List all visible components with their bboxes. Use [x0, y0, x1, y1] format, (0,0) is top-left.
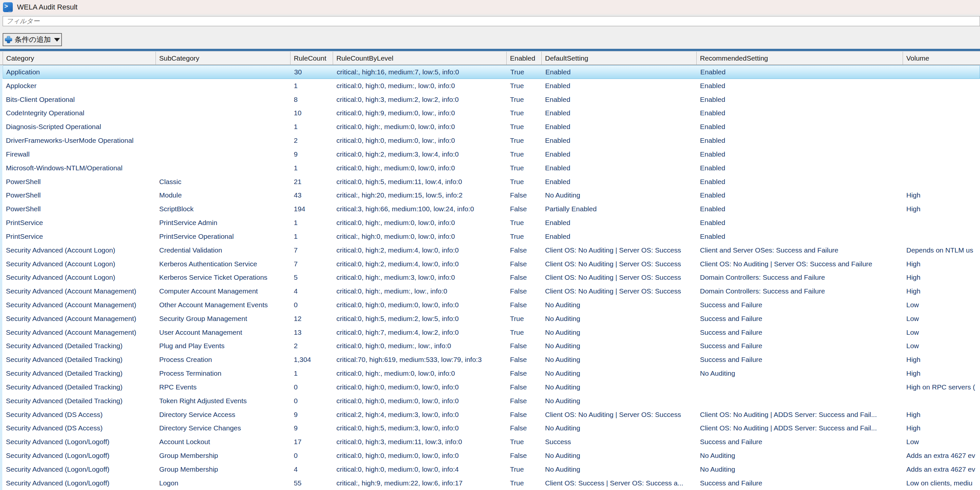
cell-recommended_setting: Enabled	[697, 123, 903, 131]
table-row[interactable]: Security Advanced (Account Management)Ot…	[3, 298, 980, 312]
table-row[interactable]: Security Advanced (Detailed Tracking)RPC…	[3, 380, 980, 394]
cell-enabled: False	[507, 246, 542, 254]
add-criteria-label: 条件の追加	[15, 35, 51, 45]
column-header-enabled[interactable]: Enabled	[507, 52, 542, 65]
table-row[interactable]: PowerShellScriptBlock194critical:3, high…	[3, 202, 980, 216]
cell-rule_count_by_level: critical:0, high:2, medium:4, low:0, inf…	[333, 246, 507, 254]
cell-default_setting: Enabled	[542, 219, 697, 227]
table-row[interactable]: CodeIntegrity Operational10critical:0, h…	[3, 106, 980, 120]
table-row[interactable]: Firewall9critical:0, high:2, medium:3, l…	[3, 147, 980, 161]
table-row[interactable]: Bits-Client Operational8critical:0, high…	[3, 93, 980, 107]
cell-category: Diagnosis-Scripted Operational	[3, 123, 156, 131]
filter-input[interactable]	[3, 16, 980, 26]
cell-default_setting: Client OS: No Auditing | Server OS: Succ…	[542, 260, 697, 268]
cell-enabled: False	[507, 356, 542, 364]
cell-rule_count: 9	[291, 424, 333, 432]
table-row[interactable]: PowerShellModule43critical:, high:20, me…	[3, 188, 980, 202]
cell-rule_count: 8	[291, 95, 333, 103]
table-row[interactable]: Security Advanced (Account Logon)Kerbero…	[3, 257, 980, 271]
cell-enabled: False	[507, 301, 542, 309]
cell-rule_count: 1	[291, 82, 333, 90]
cell-recommended_setting: Client OS: No Auditing | Server OS: Succ…	[697, 260, 903, 268]
cell-category: Security Advanced (DS Access)	[3, 411, 156, 418]
cell-volume: Low	[903, 301, 980, 309]
table-row[interactable]: Security Advanced (Logon/Logoff)Account …	[3, 435, 980, 449]
cell-rule_count_by_level: critical:0, high:, medium:0, low:0, info…	[333, 369, 507, 377]
cell-category: Security Advanced (Logon/Logoff)	[3, 438, 156, 446]
titlebar: >_ WELA Audit Result	[0, 0, 980, 14]
table-row[interactable]: Applocker1critical:0, high:0, medium:, l…	[3, 79, 980, 93]
cell-category: Security Advanced (Account Logon)	[3, 260, 156, 268]
column-header-default_setting[interactable]: DefaultSetting	[542, 52, 697, 65]
cell-rule_count_by_level: critical:0, high:0, medium:, low:, info:…	[333, 342, 507, 350]
cell-category: Application	[3, 68, 156, 76]
cell-recommended_setting: Success and Failure	[697, 356, 903, 364]
column-header-category[interactable]: Category	[3, 52, 156, 65]
table-row[interactable]: Security Advanced (Logon/Logoff)Logon55c…	[3, 476, 980, 490]
table-row[interactable]: Security Advanced (Detailed Tracking)Tok…	[3, 394, 980, 408]
cell-recommended_setting: Domain Controllers: Success and Failure	[697, 274, 903, 282]
cell-rule_count: 2	[291, 137, 333, 145]
cell-recommended_setting: Enabled	[697, 109, 903, 117]
table-row[interactable]: Security Advanced (Account Logon)Credent…	[3, 243, 980, 257]
cell-recommended_setting: Enabled	[697, 232, 903, 240]
cell-rule_count_by_level: critical:0, high:0, medium:0, low:, info…	[333, 137, 507, 145]
cell-default_setting: Enabled	[542, 150, 697, 158]
cell-subcategory: PrintService Operational	[156, 232, 291, 240]
table-row[interactable]: Security Advanced (Account Logon)Kerbero…	[3, 270, 980, 284]
cell-rule_count_by_level: critical:0, high:, medium:, low:, info:0	[333, 287, 507, 295]
table-row[interactable]: DriverFrameworks-UserMode Operational2cr…	[3, 134, 980, 147]
cell-rule_count_by_level: critical:0, high:0, medium:0, low:0, inf…	[333, 383, 507, 391]
column-header-recommended_setting[interactable]: RecommendedSetting	[697, 52, 903, 65]
cell-volume: Low	[903, 329, 980, 336]
table-row[interactable]: Application30critical:, high:16, medium:…	[3, 65, 980, 79]
toolbar: 条件の追加	[0, 14, 980, 49]
table-row[interactable]: Security Advanced (Logon/Logoff)Group Me…	[3, 449, 980, 463]
add-criteria-button[interactable]: 条件の追加	[3, 33, 62, 46]
table-row[interactable]: Security Advanced (Detailed Tracking)Pro…	[3, 366, 980, 380]
cell-rule_count_by_level: critical:0, high:2, medium:4, low:0, inf…	[333, 260, 507, 268]
table-row[interactable]: Microsoft-Windows-NTLM/Operational1criti…	[3, 161, 980, 175]
cell-enabled: True	[507, 465, 542, 473]
table-row[interactable]: Security Advanced (DS Access)Directory S…	[3, 408, 980, 422]
table-row[interactable]: Security Advanced (Detailed Tracking)Plu…	[3, 339, 980, 353]
table-row[interactable]: PrintServicePrintService Admin1critical:…	[3, 216, 980, 230]
cell-recommended_setting: Success and Failure	[697, 438, 903, 446]
cell-default_setting: Enabled	[542, 137, 697, 145]
column-header-rule_count[interactable]: RuleCount	[291, 52, 333, 65]
cell-rule_count: 1	[291, 369, 333, 377]
cell-rule_count_by_level: critical:2, high:4, medium:3, low:0, inf…	[333, 411, 507, 418]
table-row[interactable]: Security Advanced (Account Management)Us…	[3, 326, 980, 339]
table-row[interactable]: Diagnosis-Scripted Operational1critical:…	[3, 120, 980, 134]
table-row[interactable]: PrintServicePrintService Operational1cri…	[3, 230, 980, 243]
column-header-subcategory[interactable]: SubCategory	[156, 52, 291, 65]
powershell-icon-chevron: >	[4, 3, 8, 10]
cell-default_setting: Enabled	[542, 95, 697, 103]
cell-category: Security Advanced (Account Management)	[3, 329, 156, 336]
cell-rule_count: 4	[291, 465, 333, 473]
cell-subcategory: Group Membership	[156, 452, 291, 460]
table-row[interactable]: Security Advanced (Account Management)Se…	[3, 312, 980, 326]
cell-rule_count: 55	[291, 479, 333, 487]
table-row[interactable]: Security Advanced (DS Access)Directory S…	[3, 422, 980, 435]
cell-recommended_setting: Success and Failure	[697, 301, 903, 309]
cell-enabled: False	[507, 411, 542, 418]
cell-rule_count: 21	[291, 178, 333, 186]
cell-rule_count_by_level: critical:, high:20, medium:15, low:5, in…	[333, 191, 507, 199]
cell-rule_count_by_level: critical:0, high:5, medium:2, low:5, inf…	[333, 315, 507, 323]
wela-window: >_ WELA Audit Result 条件の追加 CategorySubCa…	[0, 0, 980, 490]
cell-category: Microsoft-Windows-NTLM/Operational	[3, 164, 156, 172]
column-header-rule_count_by_level[interactable]: RuleCountByLevel	[333, 52, 507, 65]
cell-enabled: True	[507, 95, 542, 103]
cell-category: Security Advanced (Detailed Tracking)	[3, 397, 156, 405]
table-row[interactable]: Security Advanced (Logon/Logoff)Group Me…	[3, 463, 980, 476]
cell-enabled: False	[507, 452, 542, 460]
cell-enabled: True	[507, 68, 542, 76]
table-row[interactable]: Security Advanced (Detailed Tracking)Pro…	[3, 353, 980, 366]
cell-rule_count: 43	[291, 191, 333, 199]
cell-subcategory: Classic	[156, 178, 291, 186]
table-row[interactable]: PowerShellClassic21critical:0, high:5, m…	[3, 175, 980, 189]
table-row[interactable]: Security Advanced (Account Management)Co…	[3, 284, 980, 298]
cell-recommended_setting: Enabled	[697, 150, 903, 158]
column-header-volume[interactable]: Volume	[903, 52, 980, 65]
